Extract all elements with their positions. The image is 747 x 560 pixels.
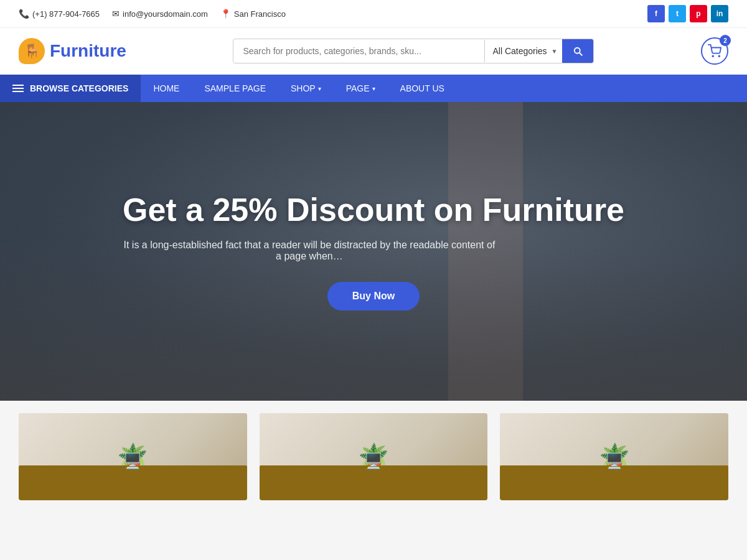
search-button[interactable] [562,39,593,63]
phone-icon: 📞 [19,9,29,19]
search-icon [572,45,583,57]
logo-icon: 🪑 [19,38,45,64]
category-select-wrapper: All Categories ▼ [484,40,562,62]
product-card-1[interactable]: 🪴 [19,413,247,500]
browse-categories-button[interactable]: BROWSE CATEGORIES [0,75,141,102]
product-image-2: 🪴 [260,413,488,500]
hero-content: Get a 25% Discount on Furniture It is a … [110,192,637,310]
cart-icon-svg [708,44,721,58]
phone-info: 📞 (+1) 877-904-7665 [19,9,100,19]
email-info: ✉ info@yoursdomain.com [112,9,208,19]
svg-point-0 [712,55,713,57]
hero-section: Get a 25% Discount on Furniture It is a … [0,102,747,401]
shop-arrow-icon: ▾ [318,85,321,92]
product-card-2[interactable]: 🪴 [260,413,488,500]
hero-title: Get a 25% Discount on Furniture [123,192,624,228]
top-bar: 📞 (+1) 877-904-7665 ✉ info@yoursdomain.c… [0,0,747,28]
nav-sample-page[interactable]: SAMPLE PAGE [192,75,278,102]
nav-shop[interactable]: SHOP ▾ [278,75,334,102]
social-links: f t p in [647,5,728,22]
email-address: info@yoursdomain.com [123,9,208,19]
pinterest-link[interactable]: p [690,5,707,22]
location-info: 📍 San Francisco [220,9,286,19]
header: 🪑 Furniture All Categories ▼ 2 [0,28,747,75]
logo[interactable]: 🪑 Furniture [19,38,126,64]
location-name: San Francisco [234,9,286,19]
location-icon: 📍 [220,9,231,19]
main-nav: BROWSE CATEGORIES HOME SAMPLE PAGE SHOP … [0,75,747,102]
nav-links: HOME SAMPLE PAGE SHOP ▾ PAGE ▾ ABOUT US [141,75,456,102]
hamburger-icon [12,85,24,92]
svg-point-1 [718,55,720,57]
product-card-3[interactable]: 🪴 [500,413,728,500]
facebook-link[interactable]: f [647,5,665,22]
product-image-1: 🪴 [19,413,247,500]
browse-categories-label: BROWSE CATEGORIES [30,83,128,93]
phone-number: (+1) 877-904-7665 [32,9,100,19]
category-select[interactable]: All Categories [484,40,562,62]
products-row: 🪴 🪴 🪴 [0,401,747,500]
page-arrow-icon: ▾ [372,85,375,92]
search-input[interactable] [233,40,484,62]
top-bar-contact: 📞 (+1) 877-904-7665 ✉ info@yoursdomain.c… [19,9,286,19]
cart-button[interactable]: 2 [701,37,728,65]
mail-icon: ✉ [112,9,120,19]
product-image-3: 🪴 [500,413,728,500]
cart-count: 2 [720,35,731,46]
linkedin-link[interactable]: in [711,5,728,22]
buy-now-button[interactable]: Buy Now [327,282,420,310]
hero-subtitle: It is a long-established fact that a rea… [123,240,496,262]
nav-about-us[interactable]: ABOUT US [388,75,457,102]
twitter-link[interactable]: t [669,5,686,22]
nav-home[interactable]: HOME [141,75,192,102]
nav-page[interactable]: PAGE ▾ [334,75,388,102]
logo-text: Furniture [50,41,126,61]
search-bar: All Categories ▼ [233,39,594,63]
